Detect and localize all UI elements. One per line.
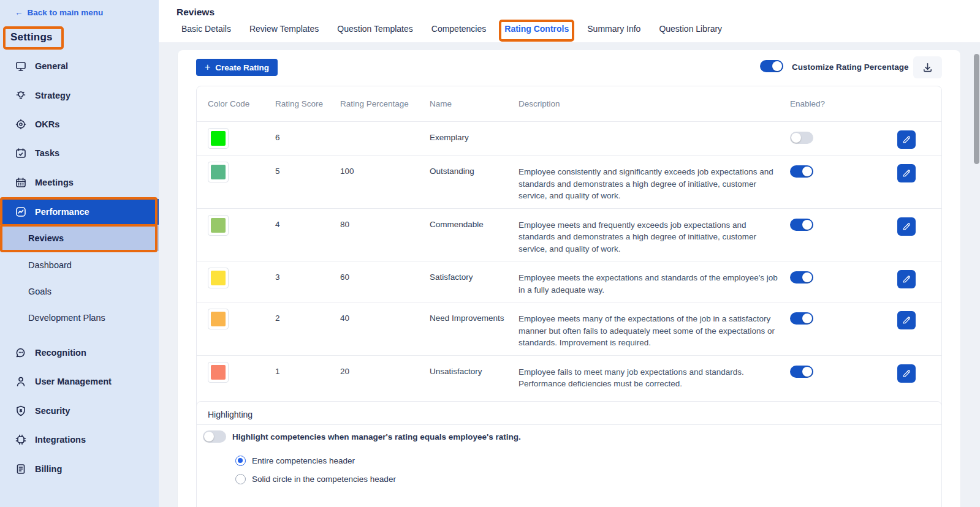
radio-icon [235, 474, 246, 484]
rating-percentage-cell: 80 [340, 215, 430, 229]
rating-description-cell: Employee meets and frequently exceeds jo… [518, 215, 790, 255]
plus-icon: + [205, 62, 210, 72]
sidebar-item-general[interactable]: General [0, 54, 159, 78]
sidebar-item-label: Tasks [35, 148, 59, 158]
settings-title: Settings [10, 31, 53, 43]
highlight-option[interactable]: Solid circle in the competencies header [235, 474, 396, 484]
highlight-option-label: Solid circle in the competencies header [252, 475, 396, 484]
enabled-toggle[interactable] [790, 219, 813, 231]
highlight-option[interactable]: Entire competencies header [235, 456, 355, 466]
rating-name-cell: Exemplary [430, 128, 518, 142]
edit-rating-button[interactable] [897, 364, 916, 383]
color-swatch-inner [211, 271, 226, 285]
highlighting-title: Highlighting [208, 410, 253, 419]
edit-cell [871, 309, 941, 329]
rating-score-cell: 6 [275, 128, 340, 142]
tab-competencies[interactable]: Competencies [431, 24, 487, 40]
enabled-toggle[interactable] [790, 165, 813, 178]
sidebar-item-label: Goals [28, 287, 51, 296]
vertical-scrollbar[interactable] [974, 54, 979, 164]
edit-cell [871, 162, 941, 182]
annotation-box-reviews [0, 224, 158, 252]
toggle-knob [772, 61, 782, 71]
color-swatch-inner [211, 312, 226, 326]
ratings-table-header: Color Code Rating Score Rating Percentag… [197, 86, 941, 121]
enabled-cell [790, 362, 871, 378]
download-button[interactable] [913, 56, 942, 78]
sidebar-item-billing[interactable]: Billing [0, 457, 159, 481]
column-header-enabled: Enabled? [790, 99, 871, 108]
tab-basic-details[interactable]: Basic Details [181, 24, 231, 40]
document-icon [15, 463, 27, 475]
sidebar-item-performance[interactable]: Performance [0, 199, 159, 225]
sidebar-item-label: Dashboard [28, 260, 72, 270]
highlight-toggle[interactable] [203, 430, 226, 443]
edit-rating-button[interactable] [897, 270, 916, 288]
tab-bar: Basic Details Review Templates Question … [181, 24, 722, 40]
tab-summary-info[interactable]: Summary Info [587, 24, 640, 40]
rating-score-cell: 2 [275, 309, 340, 323]
table-row: 3 60 Satisfactory Employee meets the exp… [197, 261, 941, 302]
edit-rating-button[interactable] [897, 217, 916, 236]
column-header-name: Name [430, 99, 518, 108]
sidebar-item-security[interactable]: Security [0, 399, 159, 423]
enabled-cell [790, 128, 871, 144]
toggle-knob [802, 314, 812, 323]
sidebar-item-okrs[interactable]: OKRs [0, 112, 159, 137]
sidebar-item-recognition[interactable]: Recognition [0, 340, 159, 365]
create-rating-button[interactable]: + Create Rating [196, 59, 278, 76]
enabled-toggle[interactable] [790, 271, 813, 284]
sidebar-item-tasks[interactable]: Tasks [0, 141, 159, 165]
rating-score-cell: 5 [275, 162, 340, 176]
sidebar-item-strategy[interactable]: Strategy [0, 83, 159, 108]
rating-score-cell: 1 [275, 362, 340, 376]
sidebar: ← Back to main menu Settings General Str… [0, 0, 159, 507]
tab-question-library[interactable]: Question Library [659, 24, 722, 40]
toggle-knob [802, 272, 812, 282]
page-title: Reviews [177, 7, 215, 18]
tab-review-templates[interactable]: Review Templates [249, 24, 319, 40]
color-swatch-inner [211, 131, 226, 146]
enabled-cell [790, 309, 871, 325]
enabled-toggle[interactable] [790, 366, 813, 378]
color-code-cell [208, 162, 275, 182]
sidebar-item-meetings[interactable]: Meetings [0, 170, 159, 195]
radio-icon [235, 456, 246, 466]
enabled-toggle[interactable] [790, 132, 813, 144]
tab-rating-controls[interactable]: Rating Controls [504, 24, 569, 40]
tab-question-templates[interactable]: Question Templates [337, 24, 412, 40]
sidebar-item-goals[interactable]: Goals [0, 279, 159, 304]
rating-name-cell: Need Improvements [430, 309, 518, 323]
sidebar-item-label: Security [35, 406, 70, 416]
rating-description-cell [518, 128, 790, 132]
edit-rating-button[interactable] [897, 311, 916, 329]
color-swatch-box [208, 362, 229, 383]
edit-rating-button[interactable] [897, 130, 916, 149]
rating-percentage-cell: 40 [340, 309, 430, 323]
color-swatch-box [208, 268, 229, 288]
sidebar-item-label: Strategy [35, 91, 70, 100]
toggle-knob [791, 133, 801, 143]
rating-controls-panel: + Create Rating Customize Rating Percent… [178, 50, 960, 507]
sidebar-item-development-plans[interactable]: Development Plans [0, 306, 159, 330]
sidebar-item-dashboard[interactable]: Dashboard [0, 253, 159, 277]
sidebar-item-label: User Management [35, 377, 112, 386]
sidebar-item-user-management[interactable]: User Management [0, 369, 159, 394]
edit-rating-button[interactable] [897, 164, 916, 182]
edit-cell [871, 215, 941, 236]
highlight-toggle-label: Highlight competencies when manager's ra… [232, 432, 521, 441]
enabled-toggle[interactable] [790, 312, 813, 325]
calendar-icon [15, 176, 27, 189]
table-row: 1 20 Unsatisfactory Employee fails to me… [197, 355, 941, 396]
toggle-knob [204, 432, 214, 441]
chat-icon [15, 347, 27, 359]
back-arrow-icon: ← [15, 8, 23, 17]
calendar-check-icon [15, 147, 27, 159]
back-to-main-menu-link[interactable]: ← Back to main menu [15, 8, 103, 17]
sidebar-item-label: Meetings [35, 178, 74, 187]
customize-toggle[interactable] [760, 60, 783, 72]
sidebar-item-integrations[interactable]: Integrations [0, 427, 159, 452]
sidebar-item-reviews[interactable]: Reviews [0, 225, 159, 251]
page-header: Reviews Basic Details Review Templates Q… [159, 0, 980, 42]
table-row: 4 80 Commendable Employee meets and freq… [197, 208, 941, 261]
